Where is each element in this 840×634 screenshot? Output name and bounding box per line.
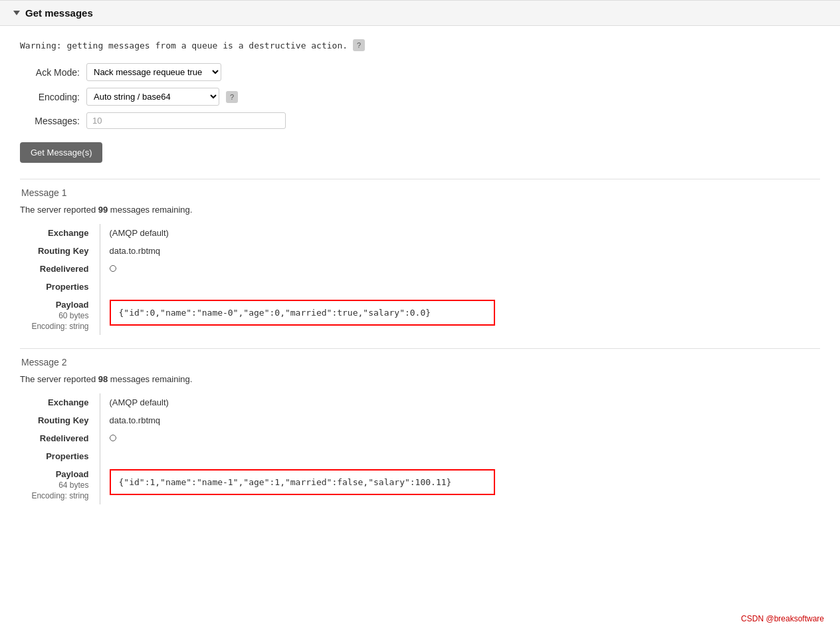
section-title: Get messages	[25, 7, 93, 19]
message-1-server-reported: The server reported 99 messages remainin…	[20, 205, 820, 215]
payload-encoding: Encoding: string	[25, 322, 89, 331]
content-area: Warning: getting messages from a queue i…	[0, 26, 840, 531]
properties-label: Properties	[20, 278, 100, 296]
payload-bytes: 60 bytes	[25, 311, 89, 320]
properties-value	[100, 278, 820, 296]
payload-label: Payload	[25, 300, 89, 310]
table-row: Routing Key data.to.rbtmq	[20, 242, 820, 260]
encoding-row: Encoding: Auto string / base64base64 ?	[20, 88, 820, 106]
message-1-table: Exchange (AMQP default) Routing Key data…	[20, 224, 820, 335]
redelivered-label: Redelivered	[20, 429, 100, 447]
redelivered-label: Redelivered	[20, 260, 100, 278]
routing-key-label: Routing Key	[20, 411, 100, 429]
message-2-table: Exchange (AMQP default) Routing Key data…	[20, 393, 820, 504]
message-1-title: Message 1	[20, 187, 820, 198]
table-row: Redelivered	[20, 429, 820, 447]
encoding-help-badge[interactable]: ?	[226, 91, 238, 103]
exchange-label: Exchange	[20, 393, 100, 411]
ack-mode-select[interactable]: Nack message requeue trueAckNack message…	[86, 63, 221, 81]
section-header[interactable]: Get messages	[0, 0, 840, 26]
messages-row: Messages:	[20, 112, 820, 129]
message-1-section: Message 1 The server reported 99 message…	[20, 179, 820, 335]
payload-bytes: 64 bytes	[25, 480, 89, 490]
properties-label: Properties	[20, 447, 100, 465]
payload-label: Payload	[25, 469, 89, 479]
warning-text: Warning: getting messages from a queue i…	[20, 41, 348, 51]
payload-box-1: {"id":0,"name":"name-0","age":0,"married…	[110, 300, 495, 326]
payload-label-cell: Payload 64 bytes Encoding: string	[20, 465, 100, 504]
routing-key-label: Routing Key	[20, 242, 100, 260]
table-row: Exchange (AMQP default)	[20, 224, 820, 242]
ack-mode-row: Ack Mode: Nack message requeue trueAckNa…	[20, 63, 820, 81]
encoding-select[interactable]: Auto string / base64base64	[86, 88, 219, 106]
table-row: Exchange (AMQP default)	[20, 393, 820, 411]
exchange-value: (AMQP default)	[100, 393, 820, 411]
redelivered-circle-icon	[110, 265, 116, 272]
ack-mode-label: Ack Mode:	[20, 67, 80, 78]
messages-input[interactable]	[86, 112, 286, 129]
routing-key-value: data.to.rbtmq	[100, 242, 820, 260]
warning-help-badge[interactable]: ?	[353, 39, 365, 51]
payload-value: {"id":0,"name":"name-0","age":0,"married…	[100, 296, 820, 335]
footer-watermark: CSDN @breaksoftware	[741, 614, 824, 623]
exchange-value: (AMQP default)	[100, 224, 820, 242]
encoding-label: Encoding:	[20, 92, 80, 102]
table-row: Properties	[20, 278, 820, 296]
warning-line: Warning: getting messages from a queue i…	[20, 39, 820, 51]
message-2-server-reported: The server reported 98 messages remainin…	[20, 374, 820, 384]
redelivered-value	[100, 429, 820, 447]
redelivered-value	[100, 260, 820, 278]
chevron-down-icon	[13, 11, 20, 15]
message-2-section: Message 2 The server reported 98 message…	[20, 348, 820, 504]
table-row: Routing Key data.to.rbtmq	[20, 411, 820, 429]
payload-encoding: Encoding: string	[25, 491, 89, 500]
redelivered-circle-icon	[110, 435, 116, 441]
message-2-title: Message 2	[20, 357, 820, 368]
routing-key-value: data.to.rbtmq	[100, 411, 820, 429]
table-row: Properties	[20, 447, 820, 465]
table-row: Redelivered	[20, 260, 820, 278]
page-container: Get messages Warning: getting messages f…	[0, 0, 840, 634]
get-messages-button[interactable]: Get Message(s)	[20, 142, 102, 163]
table-row: Payload 64 bytes Encoding: string {"id":…	[20, 465, 820, 504]
payload-value: {"id":1,"name":"name-1","age":1,"married…	[100, 465, 820, 504]
table-row: Payload 60 bytes Encoding: string {"id":…	[20, 296, 820, 335]
payload-box-2: {"id":1,"name":"name-1","age":1,"married…	[110, 469, 495, 495]
payload-label-cell: Payload 60 bytes Encoding: string	[20, 296, 100, 335]
messages-label: Messages:	[20, 116, 80, 126]
exchange-label: Exchange	[20, 224, 100, 242]
properties-value	[100, 447, 820, 465]
